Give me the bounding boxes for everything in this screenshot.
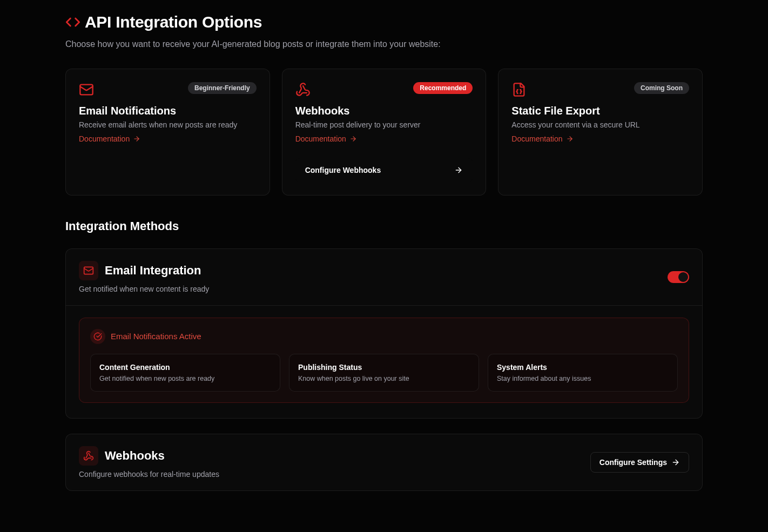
feature-title: Publishing Status: [298, 363, 470, 372]
feature-title: System Alerts: [497, 363, 669, 372]
webhooks-integration-panel: Webhooks Configure webhooks for real-tim…: [65, 434, 703, 491]
configure-settings-label: Configure Settings: [599, 458, 667, 467]
doc-link-label: Documentation: [79, 134, 130, 143]
doc-link-label: Documentation: [295, 134, 346, 143]
documentation-link-static[interactable]: Documentation: [511, 134, 689, 143]
card-title: Webhooks: [295, 105, 473, 117]
email-active-panel: Email Notifications Active Content Gener…: [79, 318, 689, 403]
badge-recommended: Recommended: [413, 82, 473, 94]
feature-title: Content Generation: [99, 363, 271, 372]
card-desc: Real-time post delivery to your server: [295, 120, 473, 129]
email-active-label: Email Notifications Active: [111, 332, 201, 341]
feature-desc: Stay informed about any issues: [497, 375, 669, 382]
doc-link-label: Documentation: [511, 134, 562, 143]
email-integration-panel: Email Integration Get notified when new …: [65, 248, 703, 419]
page-subtitle: Choose how you want to receive your AI-g…: [65, 38, 443, 51]
file-json-icon: [511, 82, 527, 97]
feature-system-alerts: System Alerts Stay informed about any is…: [488, 354, 678, 392]
card-desc: Receive email alerts when new posts are …: [79, 120, 257, 129]
documentation-link-email[interactable]: Documentation: [79, 134, 257, 143]
code-icon: [65, 15, 80, 30]
arrow-right-icon: [454, 166, 463, 174]
email-integration-toggle[interactable]: [668, 271, 689, 283]
mail-icon: [79, 261, 98, 280]
documentation-link-webhooks[interactable]: Documentation: [295, 134, 473, 143]
webhook-icon: [79, 446, 98, 466]
card-email-notifications: Beginner-Friendly Email Notifications Re…: [65, 69, 270, 196]
feature-content-generation: Content Generation Get notified when new…: [90, 354, 280, 392]
feature-desc: Get notified when new posts are ready: [99, 375, 271, 382]
arrow-right-icon: [349, 135, 357, 143]
card-title: Email Notifications: [79, 105, 257, 117]
svg-rect-0: [80, 84, 92, 95]
arrow-right-icon: [133, 135, 140, 143]
webhook-icon: [295, 82, 311, 97]
configure-settings-button[interactable]: Configure Settings: [590, 452, 689, 473]
card-desc: Access your content via a secure URL: [511, 120, 689, 129]
svg-rect-1: [84, 267, 93, 274]
check-circle-icon: [90, 329, 105, 344]
configure-webhooks-button[interactable]: Configure Webhooks: [295, 158, 473, 182]
email-integration-title: Email Integration: [105, 264, 201, 278]
webhooks-subtitle: Configure webhooks for real-time updates: [79, 470, 219, 479]
badge-coming-soon: Coming Soon: [634, 82, 689, 94]
configure-label: Configure Webhooks: [305, 166, 381, 174]
feature-publishing-status: Publishing Status Know when posts go liv…: [289, 354, 479, 392]
integration-methods-heading: Integration Methods: [65, 219, 703, 233]
mail-icon: [79, 82, 94, 97]
webhooks-title: Webhooks: [105, 449, 165, 463]
arrow-right-icon: [671, 458, 680, 467]
card-static-file-export: Coming Soon Static File Export Access yo…: [498, 69, 703, 196]
page-title: API Integration Options: [85, 13, 262, 31]
badge-beginner: Beginner-Friendly: [188, 82, 257, 94]
card-title: Static File Export: [511, 105, 689, 117]
email-integration-subtitle: Get notified when new content is ready: [79, 285, 209, 293]
card-webhooks: Recommended Webhooks Real-time post deli…: [282, 69, 487, 196]
arrow-right-icon: [566, 135, 574, 143]
feature-desc: Know when posts go live on your site: [298, 375, 470, 382]
